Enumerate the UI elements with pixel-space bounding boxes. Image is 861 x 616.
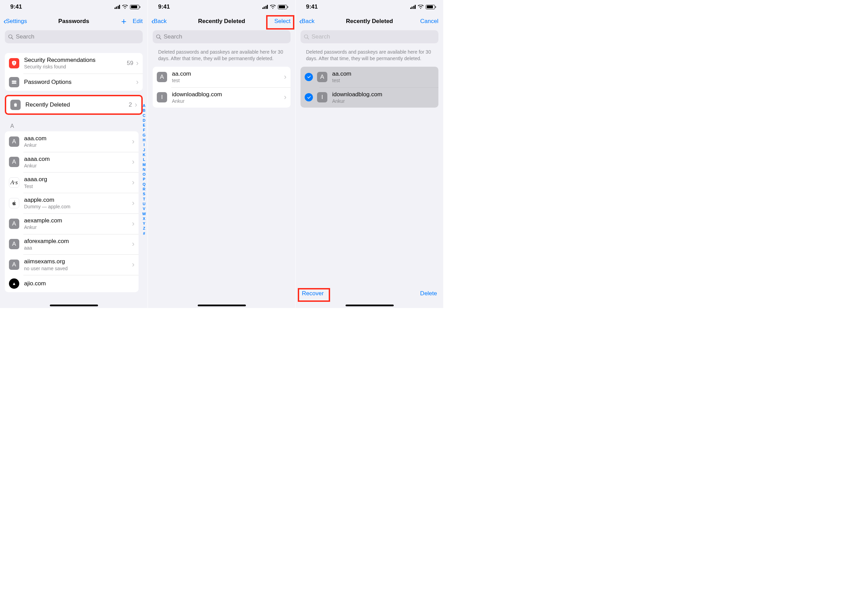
deleted-password-row[interactable]: I idownloadblog.comAnkur › — [153, 87, 291, 108]
back-button[interactable]: ‹ Settings — [3, 17, 27, 25]
battery-icon — [130, 5, 139, 9]
search-input[interactable]: Search — [5, 30, 143, 43]
index-letter[interactable]: I — [141, 142, 147, 147]
nav-bar: ‹ Back Recently Deleted Select — [148, 14, 295, 29]
cancel-button[interactable]: Cancel — [420, 18, 438, 25]
alphabet-index[interactable]: ABCDEFGHIJKLMNOPQRSTUVWXYZ# — [141, 103, 147, 236]
index-letter[interactable]: W — [141, 211, 147, 216]
search-input[interactable]: Search — [153, 30, 291, 43]
passwords-group: A aaa.comAnkur › A aaaa.comAnkur › A·s a… — [5, 131, 139, 292]
status-icons — [262, 5, 288, 9]
back-label: Back — [154, 18, 167, 25]
index-letter[interactable]: S — [141, 192, 147, 196]
back-button[interactable]: ‹ Back — [151, 17, 167, 25]
index-letter[interactable]: U — [141, 201, 147, 206]
info-text: Deleted passwords and passkeys are avail… — [148, 46, 295, 67]
index-letter[interactable]: K — [141, 152, 147, 157]
row-sub: no user name saved — [24, 266, 132, 272]
index-letter[interactable]: # — [141, 231, 147, 236]
index-letter[interactable]: P — [141, 177, 147, 181]
password-row[interactable]: A aaa.comAnkur › — [5, 131, 139, 152]
row-title: aexample.com — [24, 217, 132, 224]
site-letter-icon: I — [157, 92, 167, 102]
index-letter[interactable]: H — [141, 137, 147, 142]
password-row[interactable]: A aaaa.comAnkur › — [5, 152, 139, 173]
deleted-password-row-selected[interactable]: I idownloadblog.comAnkur — [301, 87, 438, 108]
index-letter[interactable]: D — [141, 118, 147, 123]
site-letter-icon: A — [317, 72, 327, 82]
index-letter[interactable]: Z — [141, 226, 147, 231]
index-letter[interactable]: T — [141, 196, 147, 201]
screen-passwords-list: 9:41 ‹ Settings Passwords + Edit Search … — [0, 0, 148, 308]
index-letter[interactable]: Y — [141, 221, 147, 226]
row-title: aa.com — [332, 70, 434, 77]
cellular-icon — [410, 5, 416, 9]
site-letter-icon: ▲ — [9, 278, 19, 289]
row-sub: Ankur — [172, 98, 284, 105]
svg-rect-3 — [12, 80, 16, 82]
row-sub: Ankur — [24, 163, 132, 169]
chevron-right-icon: › — [132, 261, 134, 269]
status-time: 9:41 — [306, 3, 410, 10]
index-letter[interactable]: O — [141, 172, 147, 177]
index-letter[interactable]: C — [141, 113, 147, 118]
search-placeholder: Search — [16, 33, 35, 40]
index-letter[interactable]: V — [141, 206, 147, 211]
add-button[interactable]: + — [121, 17, 126, 26]
delete-button[interactable]: Delete — [420, 290, 437, 297]
home-indicator[interactable] — [198, 305, 246, 306]
site-letter-icon: A·s — [9, 178, 19, 188]
index-letter[interactable]: A — [141, 103, 147, 108]
index-letter[interactable]: E — [141, 123, 147, 127]
row-title: aaaa.org — [24, 176, 132, 183]
edit-button[interactable]: Edit — [133, 18, 143, 25]
password-row[interactable]: aapple.comDummy — apple.com › — [5, 193, 139, 214]
chevron-right-icon: › — [284, 73, 286, 81]
index-letter[interactable]: M — [141, 162, 147, 167]
site-letter-icon: A — [9, 157, 19, 167]
chevron-right-icon: › — [132, 179, 134, 186]
deleted-password-row-selected[interactable]: A aa.comtest — [301, 67, 438, 87]
index-letter[interactable]: X — [141, 216, 147, 221]
row-sub: Dummy — apple.com — [24, 204, 132, 210]
svg-rect-4 — [12, 83, 16, 84]
checkmark-icon[interactable] — [305, 93, 313, 101]
row-title: aiimsexams.org — [24, 258, 132, 265]
wifi-icon — [270, 5, 276, 9]
index-letter[interactable]: R — [141, 187, 147, 192]
index-letter[interactable]: N — [141, 167, 147, 172]
recover-button[interactable]: Recover — [302, 290, 324, 297]
select-button[interactable]: Select — [274, 18, 291, 25]
password-row[interactable]: ▲ ajio.com — [5, 275, 139, 292]
search-icon — [304, 34, 310, 40]
status-bar: 9:41 — [0, 0, 148, 14]
home-indicator[interactable] — [346, 305, 394, 306]
deleted-passwords-group-selected: A aa.comtest I idownloadblog.comAnkur — [301, 67, 438, 108]
search-icon — [8, 34, 14, 40]
password-options-row[interactable]: Password Options › — [5, 74, 143, 91]
chevron-right-icon: › — [132, 158, 134, 166]
index-letter[interactable]: G — [141, 133, 147, 137]
wifi-icon — [122, 5, 128, 9]
index-letter[interactable]: J — [141, 148, 147, 152]
index-letter[interactable]: L — [141, 157, 147, 162]
row-sub: Ankur — [332, 98, 434, 105]
home-indicator[interactable] — [50, 305, 98, 306]
deleted-password-row[interactable]: A aa.comtest › — [153, 67, 291, 87]
password-row[interactable]: A aiimsexams.orgno user name saved › — [5, 255, 139, 275]
password-row[interactable]: A aforexample.comaaa › — [5, 234, 139, 255]
row-count: 59 — [127, 60, 134, 67]
security-recommendations-row[interactable]: Security Recommendations Security risks … — [5, 53, 143, 74]
chevron-right-icon: › — [284, 93, 286, 101]
index-letter[interactable]: B — [141, 108, 147, 113]
site-letter-icon: A — [9, 137, 19, 147]
back-button[interactable]: ‹ Back — [299, 17, 315, 25]
chevron-right-icon: › — [136, 79, 139, 86]
index-letter[interactable]: Q — [141, 182, 147, 187]
password-row[interactable]: A·s aaaa.orgTest › — [5, 172, 139, 193]
recently-deleted-row[interactable]: Recently Deleted 2 › — [6, 96, 141, 113]
deleted-passwords-group: A aa.comtest › I idownloadblog.comAnkur … — [153, 67, 291, 108]
checkmark-icon[interactable] — [305, 73, 313, 81]
password-row[interactable]: A aexample.comAnkur › — [5, 214, 139, 234]
index-letter[interactable]: F — [141, 127, 147, 132]
